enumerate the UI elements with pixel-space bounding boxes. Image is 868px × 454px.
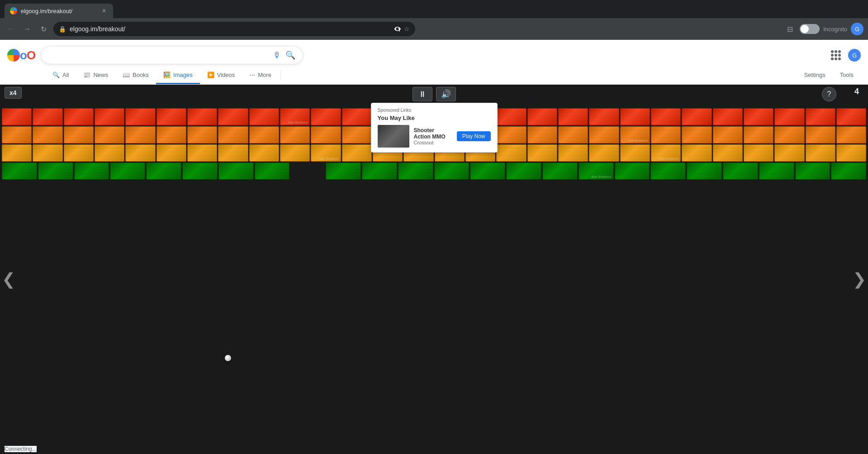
more-icon: ⋯ [249, 72, 255, 78]
pause-button[interactable]: ⏸ [413, 87, 432, 101]
brick [836, 108, 866, 125]
brick [806, 108, 835, 125]
address-bar-icons: 👁️‍🗨️ ☆ [394, 25, 410, 33]
brick [682, 108, 711, 125]
brick [836, 144, 866, 162]
brick [342, 126, 372, 143]
brick [651, 108, 681, 125]
active-tab[interactable]: elgoog.im/breakout/ ✕ [5, 4, 113, 18]
nav-all-label: All [62, 72, 69, 78]
brick-gap [290, 162, 325, 180]
logo-o2: O [27, 48, 35, 62]
brick [64, 144, 94, 162]
search-nav: 🔍 All 📰 News 📖 Books 🖼️ Images ▶️ Videos… [0, 67, 868, 85]
right-arrow-button[interactable]: ❯ [853, 270, 866, 289]
brick [795, 162, 830, 180]
eye-slash-icon: 👁️‍🗨️ [394, 25, 401, 33]
ad-text: Shooter Action MMO Crossout [414, 127, 452, 145]
brick [713, 144, 743, 162]
ad-play-button[interactable]: Play Now [457, 131, 491, 141]
search-nav-right: Settings Tools [797, 67, 861, 84]
brick [558, 108, 588, 125]
nav-tools[interactable]: Tools [833, 67, 861, 84]
brick [682, 144, 711, 162]
nav-news-label: News [93, 72, 108, 78]
help-button[interactable]: ? [822, 87, 836, 101]
header-right: G [831, 49, 861, 62]
nav-settings[interactable]: Settings [797, 67, 833, 84]
tab-close-button[interactable]: ✕ [100, 7, 108, 14]
brick [342, 108, 372, 125]
brick [836, 126, 866, 143]
brick [470, 162, 505, 180]
brick [620, 144, 650, 162]
ad-overlay: Sponsored Links You May Like Shooter Act… [371, 103, 498, 153]
reload-button[interactable]: ↻ [37, 23, 50, 35]
search-box[interactable]: 🎙 🔍 [41, 46, 303, 64]
score-value: 4 [854, 87, 859, 96]
brick [744, 108, 773, 125]
nav-bar: ← → ↻ 🔒 elgoog.im/breakout/ 👁️‍🗨️ ☆ ⊟ In… [0, 18, 868, 40]
brick [187, 108, 217, 125]
brick [157, 108, 186, 125]
brick: Atari Breakout [651, 144, 681, 162]
ad-content: Shooter Action MMO Crossout Play Now [378, 125, 491, 148]
brick [280, 144, 310, 162]
left-arrow-button[interactable]: ❮ [2, 270, 15, 289]
nav-all[interactable]: 🔍 All [45, 67, 76, 84]
profile-avatar[interactable]: G [851, 23, 863, 35]
brick: Atari Breakout [579, 162, 614, 180]
brick [615, 162, 650, 180]
microphone-icon[interactable]: 🎙 [273, 51, 281, 60]
brick [2, 162, 37, 180]
nav-more[interactable]: ⋯ More [242, 67, 279, 84]
nav-right-controls: ⊟ Incognito G [783, 23, 863, 35]
star-icon[interactable]: ☆ [404, 25, 410, 33]
brick [496, 144, 526, 162]
incognito-toggle[interactable] [800, 24, 820, 34]
apps-icon[interactable] [831, 50, 841, 60]
brick [527, 108, 557, 125]
breakout-game-container: x4 ⏸ 🔊 ? 4 Sponsored Links You May Like … [0, 85, 868, 454]
tab-switcher-button[interactable]: ⊟ [783, 23, 796, 35]
forward-button[interactable]: → [21, 23, 33, 35]
connecting-label: Connecting... [5, 446, 37, 452]
brick [249, 144, 279, 162]
search-input[interactable] [48, 51, 268, 59]
brick [687, 162, 722, 180]
tab-bar: elgoog.im/breakout/ ✕ [0, 0, 868, 18]
nav-books[interactable]: 📖 Books [115, 67, 156, 84]
books-icon: 📖 [123, 72, 130, 78]
tab-title: elgoog.im/breakout/ [21, 8, 72, 14]
user-avatar[interactable]: G [848, 49, 861, 62]
help-icon: ? [827, 90, 831, 98]
brick-label-5: Atari Breakout [591, 175, 611, 178]
brick [187, 144, 217, 162]
brick [218, 162, 254, 180]
brick [620, 108, 650, 125]
brick [774, 126, 804, 143]
nav-books-label: Books [133, 72, 149, 78]
address-bar[interactable]: 🔒 elgoog.im/breakout/ 👁️‍🗨️ ☆ [53, 22, 415, 36]
brick [110, 162, 145, 180]
brick [146, 162, 181, 180]
nav-images[interactable]: 🖼️ Images [156, 67, 200, 84]
brick [589, 144, 619, 162]
brick [182, 162, 218, 180]
search-icon[interactable]: 🔍 [285, 50, 295, 60]
brick [2, 144, 32, 162]
tab-favicon [10, 7, 17, 14]
sound-button[interactable]: 🔊 [436, 87, 456, 101]
brick: Atari Breakout [280, 108, 310, 125]
videos-icon: ▶️ [207, 72, 214, 78]
nav-videos[interactable]: ▶️ Videos [200, 67, 242, 84]
brick [713, 108, 743, 125]
back-button[interactable]: ← [5, 23, 17, 35]
brick [558, 126, 588, 143]
brick [74, 162, 109, 180]
brick [311, 126, 341, 143]
nav-images-label: Images [173, 72, 193, 78]
nav-more-label: More [258, 72, 271, 78]
brick [255, 162, 290, 180]
nav-news[interactable]: 📰 News [76, 67, 115, 84]
